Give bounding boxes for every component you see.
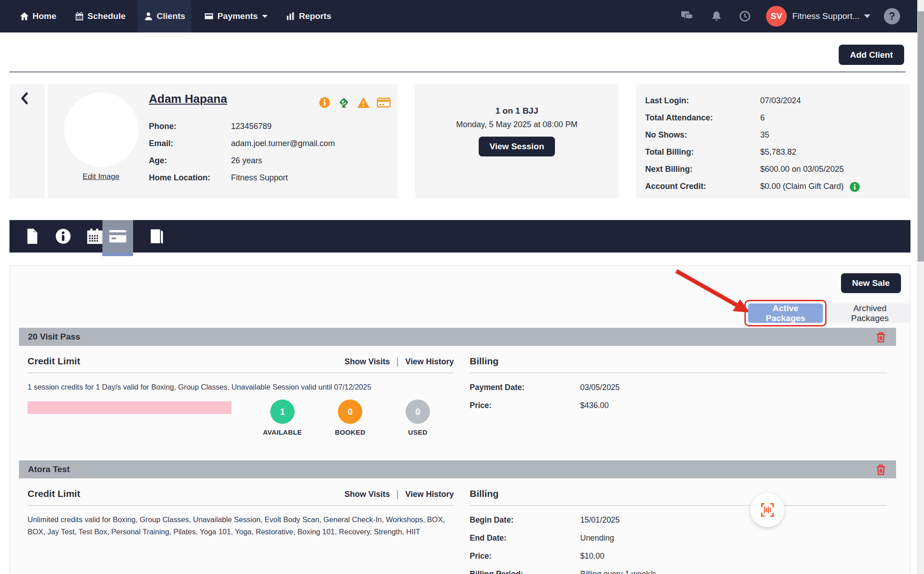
nav-item-payments[interactable]: Payments	[198, 0, 274, 32]
field-row: Phone:123456789	[149, 122, 335, 130]
edit-image-link[interactable]: Edit Image	[83, 172, 119, 181]
stat-value: $5,783.82	[760, 148, 796, 156]
credit-limit-column: Credit Limit Show Visits View History Un…	[28, 488, 454, 574]
credit-limit-links: Show Visits View History	[345, 357, 454, 367]
nav-item-schedule[interactable]: Schedule	[69, 0, 131, 32]
calendar-icon	[86, 228, 102, 244]
tab-documents[interactable]	[17, 220, 47, 253]
available-counter: 1 AVAILABLE	[258, 400, 307, 436]
package-filter-tabs: Active Packages Archived Packages	[744, 300, 910, 326]
view-history-link[interactable]: View History	[405, 357, 454, 367]
delete-package-button[interactable]	[875, 464, 887, 476]
active-packages-tab[interactable]: Active Packages	[748, 303, 823, 323]
bell-icon[interactable]	[711, 10, 722, 22]
trash-icon	[875, 464, 887, 476]
package-header: 20 Visit Pass	[19, 328, 896, 346]
credit-limit-heading: Credit Limit	[28, 488, 80, 499]
back-button[interactable]	[9, 84, 45, 198]
packages-panel: New Sale Active Packages Archived Packag…	[9, 265, 910, 574]
billing-value: $10.00	[580, 552, 605, 560]
scrollbar-thumb[interactable]	[918, 11, 924, 262]
account-menu-label[interactable]: Fitness Support...	[792, 11, 859, 21]
counter-label: USED	[393, 428, 443, 436]
client-photo	[64, 92, 139, 167]
client-profile-card: Edit Image Adam Hapana Phone:123456789 E…	[48, 84, 397, 198]
nav-item-clients[interactable]: Clients	[138, 0, 191, 32]
field-value: Fitness Support	[231, 174, 288, 182]
delete-package-button[interactable]	[875, 331, 887, 343]
add-client-button[interactable]: Add Client	[839, 45, 904, 65]
annotation-highlight: Active Packages	[744, 300, 827, 326]
nav-label: Clients	[157, 11, 185, 21]
help-icon[interactable]	[884, 8, 900, 24]
billing-row: Begin Date:15/01/2025	[470, 516, 887, 524]
billing-value: Billing every 1 week/s	[580, 570, 656, 574]
barcode-scan-icon	[758, 501, 776, 519]
scan-widget-button[interactable]	[750, 493, 785, 527]
links-divider	[397, 490, 398, 499]
credit-card-icon[interactable]	[377, 96, 391, 110]
stat-label: No Shows:	[645, 131, 760, 139]
stat-row: Last Login:07/03/2024	[645, 96, 910, 105]
chevron-down-icon[interactable]	[864, 14, 870, 18]
column-divider	[470, 505, 887, 506]
new-sale-button[interactable]: New Sale	[841, 273, 901, 293]
billing-head: Billing	[470, 488, 887, 499]
billing-row: Price:$10.00	[470, 552, 887, 560]
chevron-left-icon	[19, 92, 31, 105]
field-row: Home Location:Fitness Support	[149, 174, 335, 182]
clock-icon[interactable]	[739, 10, 751, 22]
stat-value: $600.00 on 03/05/2025	[760, 165, 844, 173]
trash-icon	[875, 331, 887, 343]
billing-value: 03/05/2025	[580, 383, 620, 391]
file-icon	[25, 228, 39, 244]
tab-packages-billing[interactable]	[102, 220, 133, 253]
gift-card-icon[interactable]	[337, 96, 350, 110]
billing-value: Unending	[580, 534, 614, 542]
field-value: 26 years	[231, 156, 262, 165]
credit-limit-head: Credit Limit Show Visits View History	[28, 488, 454, 499]
client-fields: Phone:123456789 Email:adam.joel.turner@g…	[149, 113, 335, 182]
nav-item-reports[interactable]: Reports	[280, 0, 337, 32]
billing-column: Billing Payment Date:03/05/2025 Price:$4…	[470, 356, 887, 440]
page-scrollbar[interactable]	[917, 0, 924, 574]
chat-icon[interactable]	[680, 10, 694, 22]
billing-heading: Billing	[470, 488, 499, 499]
tab-info[interactable]	[48, 220, 79, 253]
view-history-link[interactable]: View History	[405, 490, 454, 499]
view-session-button[interactable]: View Session	[479, 137, 555, 156]
booked-counter: 0 BOOKED	[325, 400, 375, 436]
stat-label: Total Attendance:	[645, 114, 760, 122]
chevron-down-icon	[262, 15, 268, 18]
session-title: 1 on 1 BJJ	[415, 106, 619, 116]
client-section-tabs	[9, 220, 910, 253]
field-label: Phone:	[149, 122, 231, 130]
billing-label: Payment Date:	[470, 383, 580, 391]
archived-packages-tab[interactable]: Archived Packages	[830, 303, 910, 323]
client-name-link[interactable]: Adam Hapana	[149, 92, 227, 106]
package-header: Atora Test	[19, 460, 896, 478]
stat-row: Account Credit:$0.00 (Claim Gift Card)	[645, 182, 910, 194]
column-divider	[28, 372, 454, 373]
package-title: 20 Visit Pass	[28, 332, 80, 342]
info-icon[interactable]	[849, 181, 860, 194]
warning-icon[interactable]	[357, 96, 370, 110]
stat-value: $0.00 (Claim Gift Card)	[760, 182, 844, 194]
stat-value: 07/03/2024	[760, 96, 801, 105]
stat-row: Total Billing:$5,783.82	[645, 148, 910, 156]
credit-limit-links: Show Visits View History	[345, 490, 454, 499]
stat-label: Next Billing:	[645, 165, 760, 173]
info-icon[interactable]	[319, 96, 331, 110]
nav-item-home[interactable]: Home	[14, 0, 62, 32]
avatar[interactable]: SV	[766, 6, 787, 27]
package-body: Credit Limit Show Visits View History 1 …	[19, 346, 896, 440]
show-visits-link[interactable]: Show Visits	[345, 357, 390, 367]
billing-label: Begin Date:	[470, 516, 580, 524]
tab-notes[interactable]	[141, 220, 172, 253]
info-icon	[55, 228, 71, 244]
home-icon	[19, 11, 29, 21]
credit-limit-column: Credit Limit Show Visits View History 1 …	[28, 356, 454, 440]
show-visits-link[interactable]: Show Visits	[345, 490, 390, 499]
field-value: 123456789	[231, 122, 272, 130]
credit-card-icon	[203, 11, 214, 21]
